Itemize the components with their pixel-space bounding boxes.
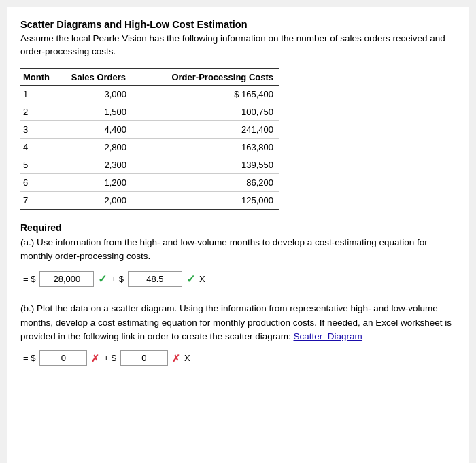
part-b-prefix: = $ <box>23 353 35 363</box>
part-a-input-1[interactable] <box>39 271 94 287</box>
cell-cost: 163,800 <box>165 138 279 156</box>
part-a-description: (a.) Use information from the high- and … <box>20 236 456 264</box>
cell-month: 6 <box>20 173 69 191</box>
part-a-x-label: X <box>199 274 205 284</box>
cell-month: 3 <box>20 120 69 138</box>
col-header-sales: Sales Orders <box>69 69 165 86</box>
part-a-prefix: = $ <box>23 274 35 284</box>
part-a-input-2[interactable] <box>128 271 182 287</box>
cell-month: 5 <box>20 156 69 173</box>
part-b-answer-row: = $ ✗ + $ ✗ X <box>23 350 456 366</box>
part-a-answer-row: = $ ✓ + $ ✓ X <box>23 271 456 287</box>
part-b-input-1[interactable] <box>39 350 87 366</box>
cell-sales: 3,000 <box>69 85 165 103</box>
data-table: Month Sales Orders Order-Processing Cost… <box>20 68 279 210</box>
required-label: Required <box>20 222 456 233</box>
cell-sales: 2,800 <box>69 138 165 156</box>
cell-month: 4 <box>20 138 69 156</box>
cell-sales: 2,300 <box>69 156 165 173</box>
part-a-check-icon-2: ✓ <box>186 273 195 286</box>
cell-cost: 100,750 <box>165 103 279 120</box>
table-row: 52,300139,550 <box>20 156 279 173</box>
cell-sales: 1,500 <box>69 103 165 120</box>
cell-month: 1 <box>20 85 69 103</box>
cell-cost: 139,550 <box>165 156 279 173</box>
cell-sales: 2,000 <box>69 191 165 209</box>
cell-month: 7 <box>20 191 69 209</box>
scatter-diagram-link[interactable]: Scatter_Diagram <box>293 331 362 341</box>
part-a-plus: + $ <box>111 274 123 284</box>
cell-cost: 86,200 <box>165 173 279 191</box>
cell-month: 2 <box>20 103 69 120</box>
col-header-month: Month <box>20 69 69 86</box>
cell-cost: $ 165,400 <box>165 85 279 103</box>
table-row: 42,800163,800 <box>20 138 279 156</box>
part-b-plus: + $ <box>103 353 116 363</box>
cell-sales: 4,400 <box>69 120 165 138</box>
table-row: 13,000$ 165,400 <box>20 85 279 103</box>
table-row: 34,400241,400 <box>20 120 279 138</box>
part-b-x-label: X <box>184 353 190 363</box>
page-container: Scatter Diagrams and High-Low Cost Estim… <box>7 7 469 463</box>
part-b-x-icon-1: ✗ <box>91 353 99 364</box>
col-header-cost: Order-Processing Costs <box>165 69 279 86</box>
cell-cost: 125,000 <box>165 191 279 209</box>
table-row: 21,500100,750 <box>20 103 279 120</box>
subtitle: Assume the local Pearle Vision has the f… <box>20 33 456 58</box>
part-b-input-2[interactable] <box>120 350 168 366</box>
cell-sales: 1,200 <box>69 173 165 191</box>
main-title: Scatter Diagrams and High-Low Cost Estim… <box>20 19 456 30</box>
table-row: 72,000125,000 <box>20 191 279 209</box>
cell-cost: 241,400 <box>165 120 279 138</box>
part-b-x-icon-2: ✗ <box>172 353 180 364</box>
table-row: 61,20086,200 <box>20 173 279 191</box>
part-a-check-icon: ✓ <box>98 273 107 286</box>
part-b-description: (b.) Plot the data on a scatter diagram.… <box>20 302 456 343</box>
